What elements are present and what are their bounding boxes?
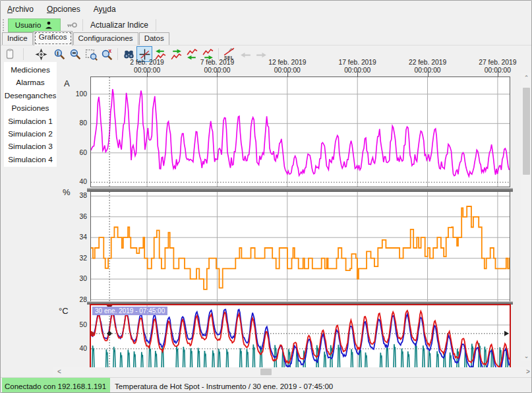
y-tick-label: 40 [65, 178, 87, 185]
vertical-scroll-thumb[interactable] [523, 88, 530, 175]
zoom-window-button[interactable] [83, 46, 99, 62]
y-tick-label: 28 [65, 296, 87, 303]
sidebar-item-simulacion-2[interactable]: Simulacion 2 [4, 128, 57, 140]
y-tick-label: 40 [65, 345, 87, 352]
pan-compass-button[interactable] [33, 46, 49, 62]
clipboard-icon-button[interactable] [2, 46, 18, 62]
series-list: Mediciones Alarmas Desenganches Posicion… [4, 62, 57, 167]
scroll-up-icon[interactable]: ⌃ [521, 73, 531, 83]
y-tick-label: 36 [65, 213, 87, 220]
zoom-out-button[interactable] [67, 46, 83, 62]
zoom-reset-icon: x [101, 48, 113, 61]
menu-archivo[interactable]: Archivo [1, 2, 40, 16]
usuario-button-label: Usuario [15, 21, 42, 29]
y-tick-label: 32 [65, 255, 87, 262]
zoom-window-icon [85, 48, 98, 61]
clipboard-icon [4, 48, 16, 60]
pan-compass-icon [35, 48, 47, 61]
sidebar-item-desenganches[interactable]: Desenganches [4, 90, 57, 102]
app-window: Archivo Opciones Ayuda Usuario Actualiza… [0, 0, 532, 393]
y-tick-label: 60 [65, 149, 87, 156]
main-toolbar: Usuario Actualizar Indice [1, 17, 531, 33]
series-amperes [91, 89, 509, 176]
sidebar-item-simulacion-4[interactable]: Simulacion 4 [4, 154, 57, 166]
y-unit-celsius: °C [59, 306, 69, 316]
key-icon [66, 19, 78, 31]
toolbar-separator [82, 19, 83, 31]
zoom-reset-button[interactable]: x [99, 46, 115, 62]
menu-ayuda[interactable]: Ayuda [87, 2, 123, 16]
y-tick-label: 100 [65, 90, 87, 98]
status-bar: Conectado con 192.168.1.191 Temperatura … [1, 377, 531, 393]
vertical-scrollbar[interactable]: ⌃ ⌄ [521, 73, 531, 361]
cursor-tooltip: 30 ene. 2019 - 07:45:00 [92, 307, 167, 315]
tab-strip-divider [1, 45, 531, 45]
sidebar-item-mediciones[interactable]: Mediciones [4, 64, 57, 76]
usuario-button[interactable]: Usuario [8, 18, 61, 32]
series-percent [91, 206, 510, 289]
chart-toolbar-separator [23, 48, 24, 60]
cursor-right-marker [504, 331, 509, 336]
toolbar-separator-2 [156, 19, 156, 31]
horizontal-scroll-thumb[interactable] [260, 369, 272, 375]
menu-opciones[interactable]: Opciones [40, 2, 87, 16]
scroll-down-icon[interactable]: ⌄ [521, 351, 531, 361]
sidebar-item-alarmas[interactable]: Alarmas [4, 76, 57, 89]
actualizar-indice-button[interactable]: Actualizar Indice [86, 19, 153, 32]
sidebar-item-simulacion-3[interactable]: Simulacion 3 [4, 140, 57, 153]
tab-configuraciones[interactable]: Configuraciones [73, 32, 138, 45]
tab-datos[interactable]: Datos [139, 32, 169, 45]
scroll-right-icon[interactable]: > [523, 367, 532, 377]
status-info-text: Temperatura de Hot Spot - Instrumento / … [110, 382, 333, 390]
scroll-left-icon[interactable]: < [55, 367, 64, 377]
svg-text:x: x [108, 48, 111, 54]
y-tick-label: 50 [65, 321, 87, 328]
sidebar-item-simulacion-1[interactable]: Simulacion 1 [4, 115, 57, 128]
user-icon [44, 20, 53, 30]
chart-amperes[interactable] [90, 76, 510, 187]
y-tick-label: 80 [65, 119, 87, 127]
y-unit-amperes: A [64, 78, 70, 88]
series-temperature [91, 309, 509, 369]
tab-bar: Indice Graficos Configuraciones Datos [2, 33, 170, 45]
zoom-out-icon [69, 48, 82, 61]
tab-indice[interactable]: Indice [2, 32, 33, 45]
zoom-in-icon: I [53, 48, 66, 61]
tab-graficos[interactable]: Graficos [34, 31, 73, 45]
menu-bar: Archivo Opciones Ayuda [1, 1, 531, 17]
svg-text:I: I [57, 49, 58, 56]
horizontal-scrollbar[interactable]: < > [53, 367, 532, 377]
y-tick-label: 38 [65, 192, 87, 199]
zoom-in-button[interactable]: I [51, 46, 67, 62]
toolbar-grip[interactable] [3, 19, 5, 31]
connection-status-badge: Conectado con 192.168.1.191 [2, 378, 110, 393]
chart-toolbar-separator [117, 48, 118, 60]
sidebar-item-posiciones[interactable]: Posiciones [4, 102, 57, 115]
y-tick-label: 30 [65, 275, 87, 282]
chart-percent[interactable] [90, 191, 510, 302]
y-tick-label: 34 [65, 233, 87, 241]
